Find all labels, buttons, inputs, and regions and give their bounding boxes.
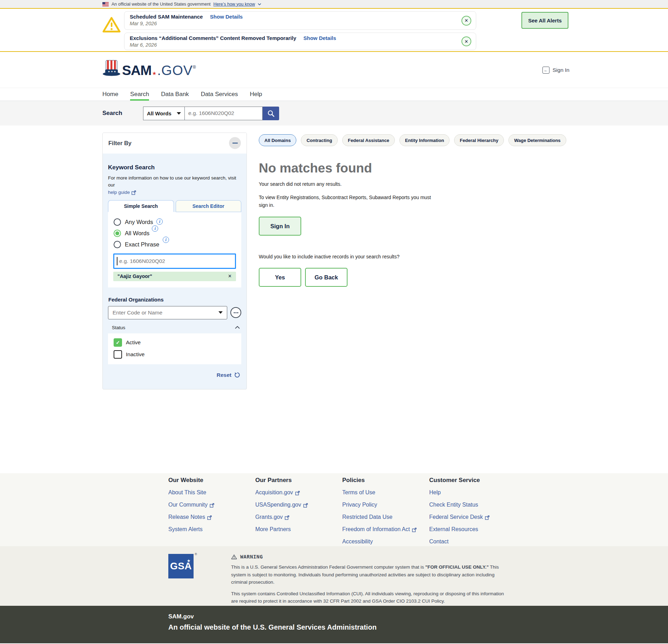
footer-link-our-community[interactable]: Our Community <box>168 502 255 508</box>
external-link-icon <box>285 515 289 520</box>
checkbox-label: Inactive <box>126 351 144 358</box>
external-link-icon <box>207 515 212 520</box>
remove-tag-icon[interactable]: ✕ <box>228 273 232 279</box>
footer-link-external-resources[interactable]: External Resources <box>429 526 534 533</box>
filter-panel-body: Keyword Search For more information on h… <box>103 154 247 385</box>
banner-text: An official website of the United States… <box>112 2 211 7</box>
footer-link-release-notes[interactable]: Release Notes <box>168 514 255 520</box>
gsa-star-icon: ★ <box>187 559 190 563</box>
footer-link-acquisition-gov[interactable]: Acquisition.gov <box>255 489 342 496</box>
select-caret-icon <box>218 311 223 314</box>
info-icon[interactable]: i <box>156 218 163 225</box>
chip-all-domains[interactable]: All Domains <box>259 134 296 146</box>
minus-icon <box>232 143 238 144</box>
footer-link-system-alerts[interactable]: System Alerts <box>168 526 255 533</box>
nav-item-search[interactable]: Search <box>130 88 149 101</box>
checkbox-active[interactable]: ✓ <box>114 338 122 347</box>
sign-in-button[interactable]: Sign In <box>259 217 301 236</box>
footer-link-accessibility[interactable]: Accessibility <box>342 538 429 545</box>
footer-link-restricted-data-use[interactable]: Restricted Data Use <box>342 514 429 520</box>
radio-row-exact-phrase[interactable]: Exact Phrase i <box>114 241 238 248</box>
go-back-button[interactable]: Go Back <box>305 268 348 287</box>
collapse-filters-button[interactable] <box>229 137 241 149</box>
external-link-icon <box>485 515 490 520</box>
chip-wage-determinations[interactable]: Wage Determinations <box>508 134 566 146</box>
banner-how-link[interactable]: Here’s how you know <box>214 2 255 7</box>
info-icon[interactable]: i <box>152 225 158 232</box>
chevron-down-icon <box>258 3 261 5</box>
footer-heading: Policies <box>342 477 429 484</box>
radio-label: Exact Phrase <box>125 241 159 248</box>
alert-close-icon[interactable]: ✕ <box>461 36 471 46</box>
status-label: Status <box>112 325 125 330</box>
sam-gov-logo[interactable]: ★ ★ ★ SAM ★ .GOV ® <box>102 60 196 77</box>
footer-link-about-this-site[interactable]: About This Site <box>168 489 255 496</box>
nav-item-data-bank[interactable]: Data Bank <box>161 88 189 101</box>
nav-item-home[interactable]: Home <box>102 88 118 101</box>
keyword-search-tabs: Simple Search Search Editor <box>108 200 241 212</box>
alert-show-details-link[interactable]: Show Details <box>303 35 336 41</box>
keyword-search-heading: Keyword Search <box>108 164 241 171</box>
footer-warning-strip: GSA ★ ® WARNING This is a U.S. General S… <box>0 546 668 606</box>
domain-chips: All Domains Contracting Federal Assistan… <box>259 134 567 146</box>
footer-site-subtitle: An official website of the U.S. General … <box>168 623 668 631</box>
chevron-up-icon[interactable] <box>235 326 240 329</box>
simple-search-box: Any Words i All Words i Exact Phrase i <box>108 212 241 287</box>
footer-link-terms-of-use[interactable]: Terms of Use <box>342 489 429 496</box>
footer-link-contact[interactable]: Contact <box>429 538 534 545</box>
footer-link-usaspending-gov[interactable]: USASpending.gov <box>255 502 342 508</box>
chip-entity-information[interactable]: Entity Information <box>399 134 450 146</box>
tab-simple-search[interactable]: Simple Search <box>108 200 174 212</box>
alert-close-icon[interactable]: ✕ <box>461 16 471 26</box>
chip-federal-hierarchy[interactable]: Federal Hierarchy <box>454 134 504 146</box>
chip-contracting[interactable]: Contracting <box>301 134 338 146</box>
search-mode-value: All Words <box>147 110 171 116</box>
more-options-button[interactable] <box>230 307 241 318</box>
chip-federal-assistance[interactable]: Federal Assistance <box>342 134 395 146</box>
nav-item-help[interactable]: Help <box>250 88 262 101</box>
top-search-input[interactable] <box>185 107 263 120</box>
status-option-inactive[interactable]: Inactive <box>114 350 236 359</box>
alert-title: Scheduled SAM Maintenance <box>130 14 203 20</box>
tab-search-editor[interactable]: Search Editor <box>176 200 242 212</box>
status-option-active[interactable]: ✓ Active <box>114 338 236 347</box>
help-guide-link[interactable]: help guide <box>108 190 130 195</box>
footer-link-check-entity-status[interactable]: Check Entity Status <box>429 502 534 508</box>
search-submit-button[interactable] <box>263 107 279 120</box>
footer-link-federal-service-desk[interactable]: Federal Service Desk <box>429 514 534 520</box>
keyword-search-input[interactable] <box>113 253 236 269</box>
footer-link-grants-gov[interactable]: Grants.gov <box>255 514 342 520</box>
search-mode-select[interactable]: All Words <box>143 107 185 120</box>
reset-label: Reset <box>217 372 231 378</box>
yes-button[interactable]: Yes <box>259 268 301 287</box>
warning-paragraph-2: This system contains Controlled Unclassi… <box>231 590 510 605</box>
nav-item-data-services[interactable]: Data Services <box>201 88 238 101</box>
radio-row-all-words[interactable]: All Words i <box>114 230 238 237</box>
radio-exact-phrase[interactable] <box>114 241 121 248</box>
alert-title: Exclusions “Additional Comments” Content… <box>130 35 296 41</box>
results-area: All Domains Contracting Federal Assistan… <box>259 134 567 287</box>
footer-link-help[interactable]: Help <box>429 489 534 496</box>
footer-heading: Our Website <box>168 477 255 484</box>
federal-org-combobox[interactable]: Enter Code or Name <box>108 306 227 319</box>
reset-filters-button[interactable]: Reset <box>108 372 241 378</box>
radio-any-words[interactable] <box>114 218 121 226</box>
info-icon[interactable]: i <box>163 237 169 243</box>
radio-row-any-words[interactable]: Any Words i <box>114 218 238 226</box>
keyword-info-text: For more information on how to use our k… <box>108 175 241 189</box>
see-all-alerts-button[interactable]: See All Alerts <box>521 12 568 29</box>
main-content: Filter By Keyword Search For more inform… <box>0 126 668 473</box>
footer-link-privacy-policy[interactable]: Privacy Policy <box>342 502 429 508</box>
us-flag-icon <box>102 2 109 6</box>
radio-all-words[interactable] <box>114 230 121 237</box>
alert-show-details-link[interactable]: Show Details <box>210 14 243 20</box>
header-sign-in-link[interactable]: ← Sign In <box>542 67 569 74</box>
search-icon <box>267 110 275 117</box>
footer-link-foia[interactable]: Freedom of Information Act <box>342 526 429 533</box>
alert-date: Mar 9, 2026 <box>130 21 458 26</box>
warning-triangle-icon <box>102 16 121 33</box>
checkbox-inactive[interactable] <box>114 350 122 359</box>
footer-link-more-partners[interactable]: More Partners <box>255 526 342 533</box>
radio-label: Any Words <box>125 219 153 225</box>
external-link-icon <box>131 190 136 195</box>
